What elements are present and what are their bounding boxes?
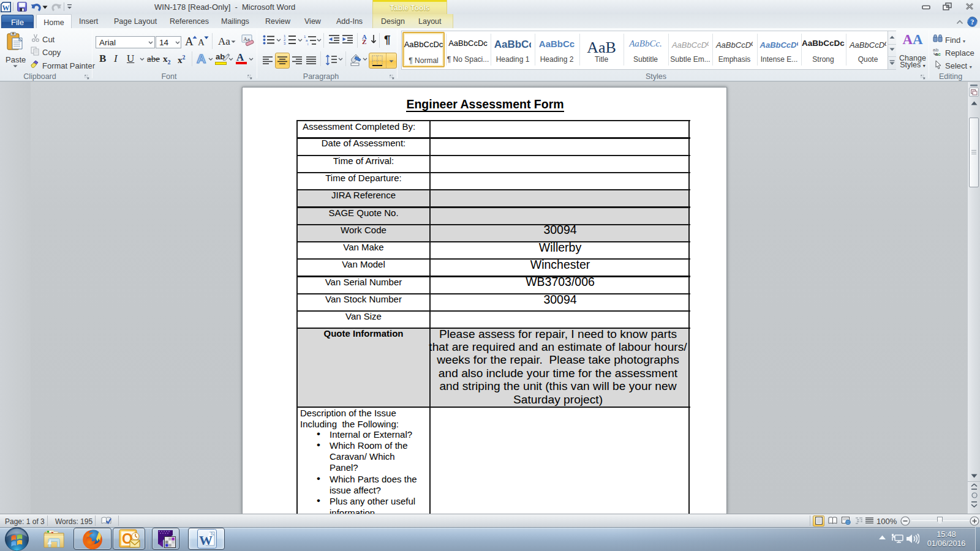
svg-text:ac: ac [935, 51, 941, 56]
svg-text:i: i [307, 42, 308, 45]
svg-text:3: 3 [284, 42, 286, 45]
svg-text:W: W [199, 533, 213, 548]
svg-text:Aa: Aa [243, 36, 250, 42]
svg-text:?: ? [971, 18, 974, 26]
svg-text:W: W [2, 4, 10, 12]
